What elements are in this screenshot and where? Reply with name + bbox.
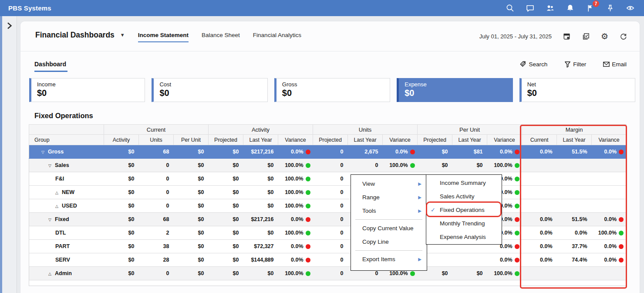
value-cell: $0 — [243, 199, 278, 213]
column-header-last-year[interactable]: Last Year — [557, 135, 592, 145]
value-cell: $0 — [243, 267, 278, 280]
filter-button[interactable]: Filter — [564, 61, 586, 68]
value-cell: $0 — [174, 253, 209, 267]
sidebar-expand-icon[interactable] — [5, 21, 14, 32]
email-button[interactable]: Email — [603, 61, 627, 68]
value-cell: $81 — [452, 145, 487, 159]
bell-icon[interactable] — [566, 3, 575, 13]
column-header-units[interactable]: Units — [139, 135, 174, 145]
column-header-activity[interactable]: Activity — [104, 135, 139, 145]
status-dot-green — [306, 271, 310, 276]
refresh-icon[interactable] — [619, 32, 627, 41]
column-header-last-year[interactable]: Last Year — [243, 135, 278, 145]
value-cell: 100.0% — [278, 186, 313, 199]
main-panel: Financial Dashboards ▼ Income Statement … — [20, 21, 640, 293]
column-header-variance[interactable]: Variance — [278, 135, 313, 145]
tab-income-statement[interactable]: Income Statement — [138, 32, 189, 42]
table-row-part[interactable]: PART$038$0$0$72,3270.0%00.0%0.0%37.7%0.0… — [29, 240, 627, 253]
kpi-card-net[interactable]: Net$0 — [519, 78, 635, 102]
kpi-card-cost[interactable]: Cost$0 — [152, 78, 267, 102]
expand-icon[interactable]: △ — [55, 191, 62, 195]
value-cell — [522, 267, 557, 280]
kpi-value: $0 — [282, 88, 384, 98]
menu-item-export-items[interactable]: Export Items▶ — [351, 252, 427, 266]
tab-balance-sheet[interactable]: Balance Sheet — [202, 32, 240, 42]
expand-icon[interactable]: △ — [55, 204, 62, 208]
search-button[interactable]: Search — [519, 61, 547, 68]
chat-icon[interactable] — [526, 3, 535, 13]
value-cell — [557, 199, 592, 213]
value-cell: 68 — [139, 213, 174, 226]
dashboard-selector[interactable]: Financial Dashboards ▼ — [35, 31, 125, 42]
people-icon[interactable] — [546, 3, 555, 13]
submenu-item-sales-activity[interactable]: Sales Activity — [426, 190, 502, 203]
value-cell: 0.0% — [592, 253, 627, 267]
menu-item-copy-current-value[interactable]: Copy Current Value — [351, 221, 427, 235]
column-header-last-year[interactable]: Last Year — [452, 135, 487, 145]
collapse-icon[interactable]: ▽ — [48, 218, 55, 222]
column-header-last-year[interactable]: Last Year — [348, 135, 383, 145]
status-dot-red — [619, 244, 624, 249]
value-cell: 0.0% — [278, 213, 313, 226]
table-title: Fixed Operations — [34, 111, 640, 120]
date-range[interactable]: July 01, 2025 - July 31, 2025 — [479, 33, 552, 40]
flag-icon[interactable]: 7 — [586, 3, 595, 13]
column-header-variance[interactable]: Variance — [383, 135, 418, 145]
status-dot-red — [306, 217, 310, 222]
group-name-cell: △USED — [29, 199, 104, 213]
pin-icon[interactable] — [606, 3, 615, 13]
column-header-per-unit[interactable]: Per Unit — [174, 135, 209, 145]
column-header-variance[interactable]: Variance — [487, 135, 522, 145]
value-cell: 0.0% — [522, 213, 557, 226]
column-header-variance[interactable]: Variance — [592, 135, 627, 145]
table-row-gross[interactable]: ▽Gross$068$0$0$217,2160.0%02,6750.0%$0$8… — [29, 145, 627, 159]
column-header-projected[interactable]: Projected — [209, 135, 243, 145]
kpi-card-income[interactable]: Income$0 — [29, 78, 145, 102]
collapse-icon[interactable]: ▽ — [48, 164, 55, 168]
calendar-icon[interactable] — [563, 32, 571, 41]
table-row-new[interactable]: △NEW$00$0$0$0100.0%0100.0% — [29, 186, 627, 199]
table-row-serv[interactable]: SERV$028$0$0$144,8890.0%00.0%0.0%74.4%0.… — [29, 253, 627, 267]
search-icon[interactable] — [506, 3, 515, 13]
menu-item-label: Export Items — [362, 256, 395, 262]
collapse-icon[interactable]: ▽ — [41, 150, 48, 154]
group-name-label: DTL — [55, 230, 66, 236]
menu-item-tools[interactable]: Tools▶ — [351, 204, 427, 218]
value-cell: 0.0% — [592, 240, 627, 253]
context-menu: View▶Range▶Tools▶Copy Current ValueCopy … — [351, 174, 427, 271]
submenu-item-income-summary[interactable]: Income Summary — [426, 176, 502, 190]
kpi-card-expense[interactable]: Expense$0 — [397, 78, 513, 102]
menu-item-copy-line[interactable]: Copy Line — [351, 235, 427, 249]
value-cell: 0.0% — [522, 253, 557, 267]
table-row-used[interactable]: △USED$00$0$0$0100.0%0100.0% — [29, 199, 627, 213]
column-header-projected[interactable]: Projected — [418, 135, 452, 145]
eye-icon[interactable] — [626, 3, 635, 13]
submenu-item-fixed-operations[interactable]: ✓Fixed Operations — [426, 203, 502, 217]
value-cell — [174, 280, 209, 286]
column-header-projected[interactable]: Projected — [313, 135, 348, 145]
table-row-f-i[interactable]: F&I$00$0$0$0100.0%0100.0% — [29, 172, 627, 186]
table-row-dtl[interactable]: DTL$02$0$0$0100.0%0100.0%0.0%0.0%100.0% — [29, 226, 627, 240]
expand-icon[interactable]: △ — [48, 272, 55, 276]
value-cell: 0.0% — [383, 145, 418, 159]
value-cell: 0.0% — [522, 226, 557, 240]
column-group-activity: Activity — [209, 125, 313, 135]
submenu-item-monthly-trending[interactable]: Monthly Trending — [426, 217, 502, 230]
menu-item-view[interactable]: View▶ — [351, 177, 427, 191]
value-cell: $0 — [452, 267, 487, 280]
column-header-group[interactable]: Group — [29, 135, 104, 145]
tab-financial-analytics[interactable]: Financial Analytics — [253, 32, 301, 42]
table-row-admin[interactable]: △Admin$00$0$0$0100.0%00100.0%$0$0100.0% — [29, 267, 627, 280]
gear-icon[interactable]: ⚙ — [601, 32, 608, 41]
table-row-fixed[interactable]: ▽Fixed$068$0$0$217,2160.0%00.0%0.0%51.5%… — [29, 213, 627, 226]
value-cell — [452, 253, 487, 267]
column-group-current: Current — [104, 125, 209, 135]
menu-item-range[interactable]: Range▶ — [351, 191, 427, 204]
value-cell: 51.5% — [557, 145, 592, 159]
tasks-icon[interactable] — [582, 32, 590, 41]
submenu-item-expense-analysis[interactable]: Expense Analysis — [426, 230, 502, 244]
kpi-card-gross[interactable]: Gross$0 — [274, 78, 390, 102]
table-row-sales[interactable]: ▽Sales$00$0$0$0100.0%00100.0%$0$0100.0% — [29, 159, 627, 172]
tab-dashboard[interactable]: Dashboard — [34, 57, 67, 72]
column-header-current[interactable]: Current — [522, 135, 557, 145]
